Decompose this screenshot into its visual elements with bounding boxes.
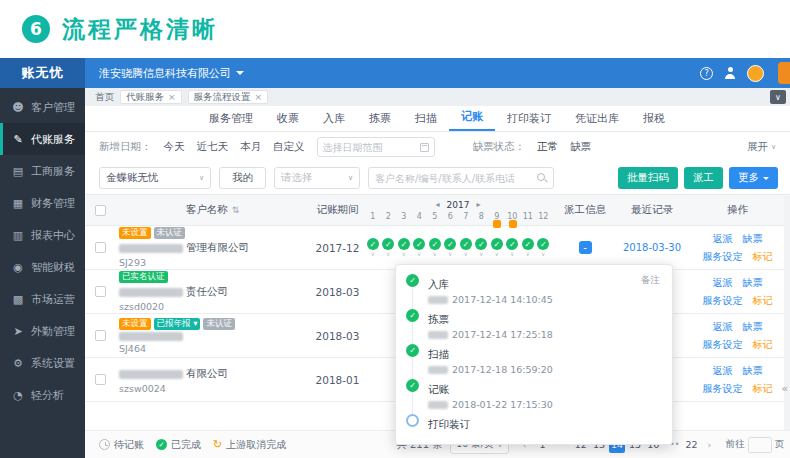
module-tab[interactable]: 收票 [265,107,311,131]
sidebar-item[interactable]: ▥报表中心 [0,219,85,251]
floating-tab[interactable] [778,62,790,84]
month-number[interactable]: 2 [381,212,397,221]
action-return-dispatch[interactable]: 返派 [713,232,733,246]
customer-name[interactable] [119,332,186,341]
month-expand-icon[interactable]: ∨ [417,251,421,257]
month-expand-icon[interactable]: ∨ [541,251,545,257]
row-checkbox[interactable] [95,286,106,297]
month-expand-icon[interactable]: ∨ [448,251,452,257]
month-expand-icon[interactable]: ∨ [371,251,375,257]
action-missing-ticket[interactable]: 缺票 [743,276,763,290]
month-expand-icon[interactable]: ∨ [433,251,437,257]
sidebar-item[interactable]: ⚙系统设置 [0,347,85,379]
module-tab[interactable]: 凭证出库 [563,107,631,131]
month-number[interactable]: 12 [536,212,552,221]
month-expand-icon[interactable]: ∨ [386,251,390,257]
action-mark[interactable]: 标记 [753,382,773,396]
action-service-setting[interactable]: 服务设定 [703,382,743,396]
action-service-setting[interactable]: 服务设定 [703,294,743,308]
company-selector[interactable]: 淮安骁腾信息科技有限公司 [99,66,244,81]
breadcrumb-tab-bookkeeping[interactable]: 代账服务 × [120,90,182,104]
row-checkbox[interactable] [95,374,106,385]
sort-icon[interactable]: ⇅ [232,205,240,215]
module-tab[interactable]: 拣票 [357,107,403,131]
sidebar-item[interactable]: ☻客户管理 [0,91,85,123]
missing-option-normal[interactable]: 正常 [537,140,558,154]
sidebar-item[interactable]: ✎代账服务 [0,123,85,155]
module-tab[interactable]: 服务管理 [197,107,265,131]
date-option-today[interactable]: 今天 [164,140,185,154]
sidebar-item[interactable]: ▤工商服务 [0,155,85,187]
pagination-page[interactable]: 22 [683,437,699,453]
month-number[interactable]: 6 [443,212,459,221]
month-expand-icon[interactable]: ∨ [464,251,468,257]
sidebar-item[interactable]: ▩市场运营 [0,283,85,315]
action-service-setting[interactable]: 服务设定 [703,338,743,352]
collapse-panel-icon[interactable]: « [781,382,788,395]
action-mark[interactable]: 标记 [753,338,773,352]
row-checkbox[interactable] [95,330,106,341]
customer-name[interactable]: 责任公司 [119,285,228,299]
action-missing-ticket[interactable]: 缺票 [743,320,763,334]
account-book-select[interactable]: 金蝶账无忧 ∨ [99,167,211,189]
year-prev-icon[interactable]: ◂ [436,200,440,209]
more-button[interactable]: 更多 [729,167,778,189]
date-range-input[interactable] [323,142,416,153]
dispatch-badge[interactable]: - [579,241,592,254]
module-tab[interactable]: 记账 [449,105,495,131]
action-missing-ticket[interactable]: 缺票 [743,232,763,246]
batch-scan-button[interactable]: 批量扫码 [618,167,678,189]
tabs-menu-button[interactable]: ∨ [770,90,786,104]
breadcrumb-tab-process-settings[interactable]: 服务流程设置 × [188,90,269,104]
search-icon[interactable] [537,173,547,183]
search-input[interactable] [375,173,533,184]
year-next-icon[interactable]: ▸ [476,200,480,209]
sidebar-item[interactable]: ▦财务管理 [0,187,85,219]
month-expand-icon[interactable]: ∨ [402,251,406,257]
module-tab[interactable]: 入库 [311,107,357,131]
breadcrumb-home[interactable]: 首页 [95,91,114,104]
month-number[interactable]: 3 [396,212,412,221]
date-option-this-month[interactable]: 本月 [240,140,261,154]
action-service-setting[interactable]: 服务设定 [703,250,743,264]
mine-button[interactable]: 我的 [219,167,266,189]
module-tab[interactable]: 报税 [631,107,677,131]
month-number[interactable]: 7 [458,212,474,221]
action-return-dispatch[interactable]: 返派 [713,320,733,334]
action-missing-ticket[interactable]: 缺票 [743,364,763,378]
expand-filters-link[interactable]: 展开 ∨ [747,140,782,154]
next-page-icon[interactable]: › [702,437,718,453]
month-number[interactable]: 4 [412,212,428,221]
app-logo[interactable]: 账无忧 [0,58,85,88]
avatar[interactable] [747,65,764,82]
month-number[interactable]: 8 [474,212,490,221]
module-tab[interactable]: 打印装订 [495,107,563,131]
filter-select[interactable]: 请选择 ∨ [274,167,360,189]
action-mark[interactable]: 标记 [753,294,773,308]
missing-option-missing[interactable]: 缺票 [570,140,591,154]
action-return-dispatch[interactable]: 返派 [713,364,733,378]
month-number[interactable]: 1 [365,212,381,221]
module-tab[interactable]: 扫描 [403,107,449,131]
date-option-last7days[interactable]: 近七天 [197,140,229,154]
select-all-checkbox[interactable] [95,205,106,216]
month-number[interactable]: 5 [427,212,443,221]
action-return-dispatch[interactable]: 返派 [713,276,733,290]
row-checkbox[interactable] [95,242,106,253]
close-icon[interactable]: × [168,92,176,102]
action-mark[interactable]: 标记 [753,250,773,264]
date-option-custom[interactable]: 自定义 [273,140,305,154]
customer-name[interactable]: 管理有限公司 [119,241,249,255]
close-icon[interactable]: × [255,92,263,102]
month-number[interactable]: 11 [520,212,536,221]
month-expand-icon[interactable]: ∨ [526,251,530,257]
month-expand-icon[interactable]: ∨ [479,251,483,257]
page-goto-input[interactable] [748,437,772,453]
month-expand-icon[interactable]: ∨ [495,251,499,257]
recent-record-link[interactable]: 2018-03-30 [623,242,681,253]
dispatch-button[interactable]: 派工 [684,167,723,189]
user-icon[interactable] [723,66,737,80]
sidebar-item[interactable]: ◔轻分析 [0,379,85,411]
month-expand-icon[interactable]: ∨ [510,251,514,257]
sidebar-item[interactable]: ➤外勤管理 [0,315,85,347]
